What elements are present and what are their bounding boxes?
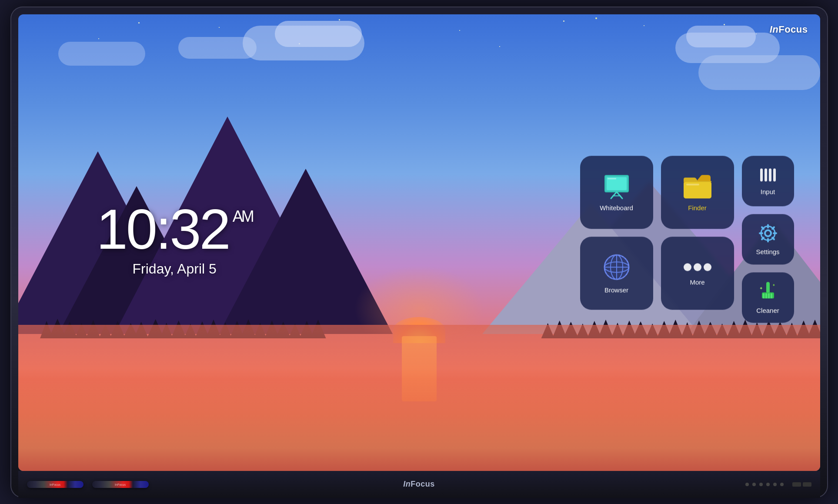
clock-widget: 10:32 AM Friday, April 5: [97, 200, 253, 277]
svg-rect-57: [686, 184, 699, 185]
svg-rect-69: [765, 168, 767, 181]
svg-rect-68: [760, 168, 763, 181]
browser-label: Browser: [604, 286, 628, 294]
indicator-dot-5: [773, 483, 777, 486]
big-icons-column: Whiteboard: [580, 156, 734, 323]
settings-icon: [758, 223, 778, 244]
indicator-dot-4: [766, 483, 770, 486]
clock-date: Friday, April 5: [97, 260, 253, 277]
svg-rect-54: [608, 178, 616, 179]
clock-time-value: 10:32: [97, 200, 229, 257]
svg-rect-85: [765, 293, 767, 298]
more-label: More: [690, 278, 704, 286]
monitor: InFocus 10:32 AM Friday, April 5: [10, 7, 828, 498]
svg-line-52: [617, 192, 622, 198]
svg-point-67: [704, 263, 711, 271]
cleaner-label: Cleaner: [756, 307, 779, 314]
indicator-dot-1: [745, 483, 749, 486]
svg-rect-86: [768, 293, 770, 298]
bottom-bezel: InFocus InFocus InFocus: [18, 471, 820, 498]
finder-icon: [682, 173, 713, 200]
indicator-dot-2: [752, 483, 756, 486]
small-icons-column: Input: [742, 156, 794, 323]
screen: InFocus 10:32 AM Friday, April 5: [18, 14, 820, 471]
svg-rect-82: [766, 282, 770, 293]
usb-ports: [792, 482, 811, 487]
svg-text:✦: ✦: [759, 286, 763, 290]
svg-point-66: [694, 263, 701, 271]
whiteboard-label: Whiteboard: [600, 204, 633, 211]
usb-port-1[interactable]: [792, 482, 801, 487]
clock-display: 10:32 AM: [97, 200, 253, 257]
finder-app[interactable]: Finder: [661, 156, 734, 229]
input-app[interactable]: Input: [742, 156, 794, 206]
svg-point-65: [684, 263, 691, 271]
settings-label: Settings: [756, 248, 779, 255]
stylus-tray: InFocus InFocus: [27, 481, 149, 488]
input-label: Input: [761, 188, 775, 195]
bezel-right-controls: [745, 482, 811, 487]
svg-line-51: [611, 192, 617, 198]
svg-rect-87: [771, 293, 772, 298]
whiteboard-app[interactable]: Whiteboard: [580, 156, 653, 229]
indicator-dot-6: [780, 483, 784, 486]
more-app[interactable]: More: [661, 237, 734, 310]
svg-point-72: [765, 230, 771, 236]
svg-rect-71: [773, 168, 776, 181]
settings-app[interactable]: Settings: [742, 214, 794, 264]
input-icon: [758, 167, 778, 184]
cleaner-app[interactable]: ✦ ✦ Cleaner: [742, 272, 794, 323]
clock-period: AM: [233, 208, 253, 224]
svg-rect-70: [769, 168, 771, 181]
svg-rect-84: [763, 293, 765, 298]
finder-label: Finder: [688, 204, 707, 211]
browser-app[interactable]: Browser: [580, 237, 653, 310]
svg-text:✦: ✦: [772, 283, 775, 287]
whiteboard-icon: [601, 173, 632, 200]
indicator-dot-3: [759, 483, 763, 486]
bezel-brand-logo: InFocus: [403, 480, 435, 489]
app-grid: Whiteboard: [580, 156, 794, 323]
more-icon: [682, 260, 713, 275]
usb-port-2[interactable]: [803, 482, 811, 487]
cleaner-icon: ✦ ✦: [758, 281, 778, 303]
water-reflection: [18, 325, 820, 471]
brand-logo-top: InFocus: [770, 24, 808, 35]
browser-icon: [602, 253, 631, 283]
